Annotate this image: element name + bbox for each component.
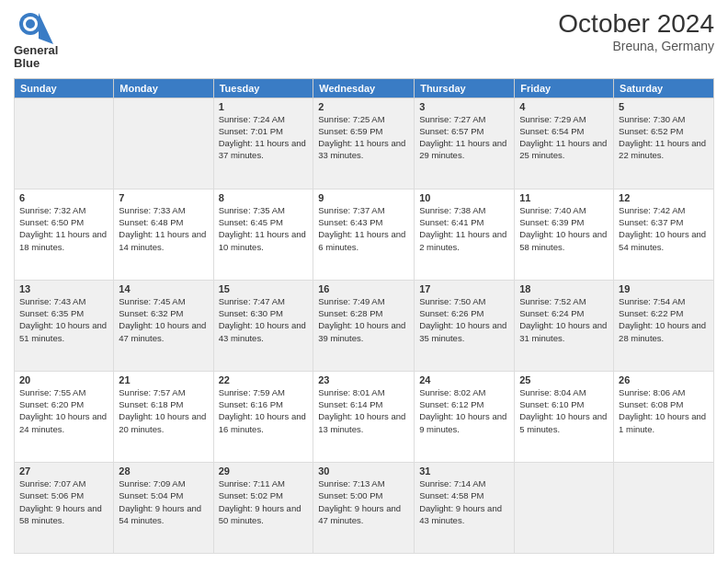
table-row: 11Sunrise: 7:40 AM Sunset: 6:39 PM Dayli…	[515, 189, 614, 280]
table-row: 16Sunrise: 7:49 AM Sunset: 6:28 PM Dayli…	[313, 280, 415, 371]
day-info: Sunrise: 7:29 AM Sunset: 6:54 PM Dayligh…	[519, 113, 609, 162]
day-info: Sunrise: 7:38 AM Sunset: 6:41 PM Dayligh…	[419, 204, 509, 253]
table-row	[515, 462, 614, 553]
calendar-week-row: 6Sunrise: 7:32 AM Sunset: 6:50 PM Daylig…	[15, 189, 714, 280]
day-info: Sunrise: 8:04 AM Sunset: 6:10 PM Dayligh…	[519, 386, 609, 435]
location-title: Breuna, Germany	[558, 39, 714, 53]
day-number: 31	[419, 465, 509, 477]
day-info: Sunrise: 7:13 AM Sunset: 5:00 PM Dayligh…	[318, 477, 409, 526]
day-info: Sunrise: 7:37 AM Sunset: 6:43 PM Dayligh…	[318, 204, 409, 253]
calendar-week-row: 13Sunrise: 7:43 AM Sunset: 6:35 PM Dayli…	[15, 280, 714, 371]
day-number: 15	[219, 283, 309, 294]
col-friday: Friday	[515, 78, 614, 98]
table-row: 22Sunrise: 7:59 AM Sunset: 6:16 PM Dayli…	[213, 371, 313, 462]
day-number: 11	[519, 192, 609, 203]
day-info: Sunrise: 7:47 AM Sunset: 6:30 PM Dayligh…	[219, 295, 309, 344]
day-info: Sunrise: 7:42 AM Sunset: 6:37 PM Dayligh…	[619, 204, 709, 253]
logo: General Blue	[14, 9, 58, 71]
day-number: 16	[318, 283, 409, 294]
table-row: 29Sunrise: 7:11 AM Sunset: 5:02 PM Dayli…	[213, 462, 313, 553]
col-monday: Monday	[114, 78, 213, 98]
table-row: 23Sunrise: 8:01 AM Sunset: 6:14 PM Dayli…	[313, 371, 415, 462]
day-number: 26	[619, 374, 709, 385]
table-row: 28Sunrise: 7:09 AM Sunset: 5:04 PM Dayli…	[114, 462, 213, 553]
calendar-table: Sunday Monday Tuesday Wednesday Thursday…	[14, 78, 714, 554]
table-row: 3Sunrise: 7:27 AM Sunset: 6:57 PM Daylig…	[415, 98, 515, 189]
table-row: 18Sunrise: 7:52 AM Sunset: 6:24 PM Dayli…	[515, 280, 614, 371]
day-info: Sunrise: 7:32 AM Sunset: 6:50 PM Dayligh…	[19, 204, 108, 253]
page: General Blue October 2024 Breuna, German…	[0, 0, 728, 563]
table-row: 1Sunrise: 7:24 AM Sunset: 7:01 PM Daylig…	[213, 98, 313, 189]
day-info: Sunrise: 7:45 AM Sunset: 6:32 PM Dayligh…	[119, 295, 208, 344]
day-info: Sunrise: 7:09 AM Sunset: 5:04 PM Dayligh…	[119, 477, 208, 526]
col-tuesday: Tuesday	[213, 78, 313, 98]
day-info: Sunrise: 8:02 AM Sunset: 6:12 PM Dayligh…	[419, 386, 509, 435]
day-number: 27	[19, 465, 108, 477]
day-info: Sunrise: 7:55 AM Sunset: 6:20 PM Dayligh…	[19, 386, 108, 435]
day-number: 21	[119, 374, 208, 385]
table-row: 21Sunrise: 7:57 AM Sunset: 6:18 PM Dayli…	[114, 371, 213, 462]
table-row: 17Sunrise: 7:50 AM Sunset: 6:26 PM Dayli…	[415, 280, 515, 371]
table-row: 2Sunrise: 7:25 AM Sunset: 6:59 PM Daylig…	[313, 98, 415, 189]
table-row: 5Sunrise: 7:30 AM Sunset: 6:52 PM Daylig…	[614, 98, 714, 189]
table-row: 19Sunrise: 7:54 AM Sunset: 6:22 PM Dayli…	[614, 280, 714, 371]
day-number: 9	[318, 192, 409, 203]
logo-text: General Blue	[14, 44, 58, 71]
day-number: 29	[219, 465, 309, 477]
day-number: 28	[119, 465, 208, 477]
table-row: 8Sunrise: 7:35 AM Sunset: 6:45 PM Daylig…	[213, 189, 313, 280]
svg-point-2	[26, 19, 35, 29]
day-info: Sunrise: 7:49 AM Sunset: 6:28 PM Dayligh…	[318, 295, 409, 344]
day-number: 30	[318, 465, 409, 477]
day-info: Sunrise: 7:43 AM Sunset: 6:35 PM Dayligh…	[19, 295, 108, 344]
col-sunday: Sunday	[15, 78, 114, 98]
day-info: Sunrise: 8:01 AM Sunset: 6:14 PM Dayligh…	[318, 386, 409, 435]
day-info: Sunrise: 7:59 AM Sunset: 6:16 PM Dayligh…	[219, 386, 309, 435]
table-row: 4Sunrise: 7:29 AM Sunset: 6:54 PM Daylig…	[515, 98, 614, 189]
table-row: 31Sunrise: 7:14 AM Sunset: 4:58 PM Dayli…	[415, 462, 515, 553]
day-number: 24	[419, 374, 509, 385]
day-number: 18	[519, 283, 609, 294]
day-number: 1	[219, 101, 309, 112]
day-number: 10	[419, 192, 509, 203]
day-number: 17	[419, 283, 509, 294]
col-saturday: Saturday	[614, 78, 714, 98]
table-row: 20Sunrise: 7:55 AM Sunset: 6:20 PM Dayli…	[15, 371, 114, 462]
day-number: 4	[519, 101, 609, 112]
day-info: Sunrise: 7:30 AM Sunset: 6:52 PM Dayligh…	[619, 113, 709, 162]
month-title: October 2024	[558, 9, 714, 39]
day-number: 20	[19, 374, 108, 385]
day-number: 12	[619, 192, 709, 203]
table-row: 26Sunrise: 8:06 AM Sunset: 6:08 PM Dayli…	[614, 371, 714, 462]
logo-icon	[18, 9, 53, 44]
table-row: 6Sunrise: 7:32 AM Sunset: 6:50 PM Daylig…	[15, 189, 114, 280]
calendar-week-row: 1Sunrise: 7:24 AM Sunset: 7:01 PM Daylig…	[15, 98, 714, 189]
day-number: 19	[619, 283, 709, 294]
day-info: Sunrise: 7:24 AM Sunset: 7:01 PM Dayligh…	[219, 113, 309, 162]
table-row: 12Sunrise: 7:42 AM Sunset: 6:37 PM Dayli…	[614, 189, 714, 280]
day-info: Sunrise: 7:25 AM Sunset: 6:59 PM Dayligh…	[318, 113, 409, 162]
col-wednesday: Wednesday	[313, 78, 415, 98]
day-info: Sunrise: 7:35 AM Sunset: 6:45 PM Dayligh…	[219, 204, 309, 253]
table-row: 10Sunrise: 7:38 AM Sunset: 6:41 PM Dayli…	[415, 189, 515, 280]
day-info: Sunrise: 7:50 AM Sunset: 6:26 PM Dayligh…	[419, 295, 509, 344]
table-row	[614, 462, 714, 553]
day-number: 6	[19, 192, 108, 203]
day-info: Sunrise: 7:57 AM Sunset: 6:18 PM Dayligh…	[119, 386, 208, 435]
day-info: Sunrise: 7:33 AM Sunset: 6:48 PM Dayligh…	[119, 204, 208, 253]
header: General Blue October 2024 Breuna, German…	[14, 9, 714, 71]
table-row: 25Sunrise: 8:04 AM Sunset: 6:10 PM Dayli…	[515, 371, 614, 462]
col-thursday: Thursday	[415, 78, 515, 98]
svg-marker-3	[39, 13, 53, 44]
table-row: 7Sunrise: 7:33 AM Sunset: 6:48 PM Daylig…	[114, 189, 213, 280]
day-number: 7	[119, 192, 208, 203]
day-number: 23	[318, 374, 409, 385]
day-number: 14	[119, 283, 208, 294]
table-row: 13Sunrise: 7:43 AM Sunset: 6:35 PM Dayli…	[15, 280, 114, 371]
day-number: 13	[19, 283, 108, 294]
day-number: 5	[619, 101, 709, 112]
table-row	[15, 98, 114, 189]
day-number: 25	[519, 374, 609, 385]
calendar-week-row: 27Sunrise: 7:07 AM Sunset: 5:06 PM Dayli…	[15, 462, 714, 553]
table-row: 24Sunrise: 8:02 AM Sunset: 6:12 PM Dayli…	[415, 371, 515, 462]
